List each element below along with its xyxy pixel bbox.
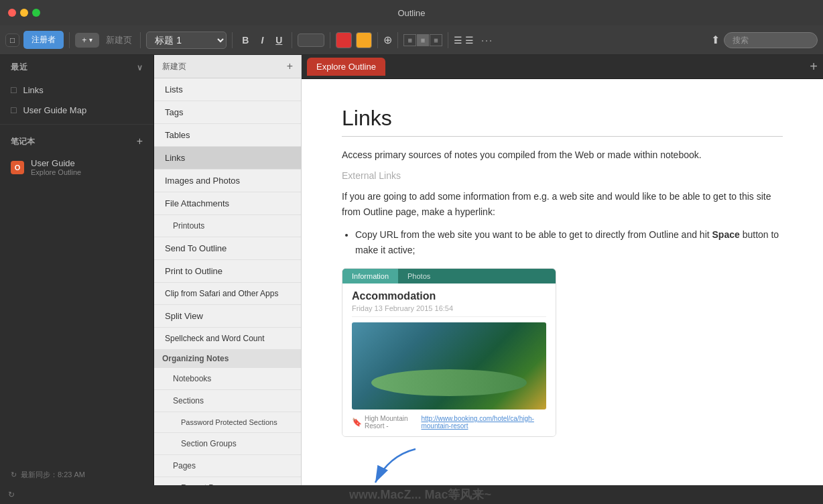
sidebar-item-links[interactable]: □ Links xyxy=(0,80,153,100)
preview-footer-text: High Mountain Resort - xyxy=(365,415,418,430)
align-right-button[interactable]: ≡ xyxy=(430,34,442,46)
highlight-color-button[interactable] xyxy=(356,32,372,48)
separator6 xyxy=(377,32,378,48)
titlebar: Outline xyxy=(0,0,823,25)
explore-outline-tab[interactable]: Explore Outline xyxy=(307,58,385,76)
sidebar: 最近 ∨ □ Links □ User Guide Map 笔记本 + O Us… xyxy=(0,55,154,485)
bullet-text-prefix: Copy URL from the web site you want to b… xyxy=(355,229,712,240)
page-icon: □ xyxy=(11,84,16,95)
minimize-button[interactable] xyxy=(20,9,28,17)
sidebar-item-label: Links xyxy=(23,85,43,95)
ordered-list-button[interactable]: ☰ xyxy=(465,35,474,46)
page-item-file-attachments[interactable]: File Attachments xyxy=(154,192,301,215)
bullet-list-button[interactable]: ☰ xyxy=(454,35,462,46)
maximize-button[interactable] xyxy=(32,9,40,17)
separator5 xyxy=(330,32,330,48)
sync-time: 最新同步：8:23 AM xyxy=(21,470,85,480)
bullet-list: Copy URL from the web site you want to b… xyxy=(355,227,783,257)
content-page: Links Access primary sources of notes yo… xyxy=(302,79,823,485)
divider xyxy=(0,124,153,125)
statusbar-sync-icon: ↻ xyxy=(8,490,15,499)
preview-footer-link[interactable]: http://www.booking.com/hotel/ca/high-mou… xyxy=(421,415,546,430)
page-new-label: 新建页 xyxy=(106,34,132,46)
recent-label: 最近 xyxy=(11,62,27,73)
preview-footer: 🔖 High Mountain Resort - http://www.book… xyxy=(352,415,546,430)
notebook-info: User Guide Explore Outline xyxy=(31,158,81,176)
add-page-button[interactable]: + xyxy=(287,60,293,72)
page-item-images[interactable]: Images and Photos xyxy=(154,170,301,192)
separator8 xyxy=(448,32,448,48)
content-area: Explore Outline + Links Access primary s… xyxy=(302,55,823,485)
separator xyxy=(69,32,70,48)
recent-chevron[interactable]: ∨ xyxy=(137,63,143,72)
notebook-icon-o: O xyxy=(11,161,24,174)
page-item-sections[interactable]: Sections xyxy=(154,390,301,412)
italic-button[interactable]: I xyxy=(257,33,267,48)
align-group: ≡ ≡ ≡ xyxy=(403,34,442,46)
sidebar-item-userguide[interactable]: □ User Guide Map xyxy=(0,100,153,120)
page-item-print-to-outline[interactable]: Print to Outline xyxy=(154,260,301,283)
add-tab-button[interactable]: + xyxy=(810,59,818,74)
bookmark-icon: 🔖 xyxy=(352,418,362,427)
page-item-pages[interactable]: Pages xyxy=(154,455,301,477)
share-button[interactable]: ⬆ xyxy=(711,34,720,46)
notebook-item[interactable]: O User Guide Explore Outline xyxy=(0,154,153,180)
preview-tab-photos[interactable]: Photos xyxy=(398,269,440,284)
status-bar: ↻ www.MacZ... Mac等风来~ xyxy=(0,485,823,504)
separator2 xyxy=(140,32,141,48)
separator7 xyxy=(397,32,398,48)
bullet-item-1: Copy URL from the web site you want to b… xyxy=(355,227,783,257)
align-center-button[interactable]: ≡ xyxy=(417,34,429,46)
arrow-annotation xyxy=(362,442,442,485)
notebook-title: User Guide xyxy=(31,158,81,168)
preview-card: Information Photos Accommodation Friday … xyxy=(342,268,556,437)
align-left-button[interactable]: ≡ xyxy=(403,34,416,46)
separator4 xyxy=(292,32,292,48)
external-links-label: External Links xyxy=(342,170,783,181)
tab-bar: Explore Outline + xyxy=(302,55,823,79)
watermark: www.MacZ... Mac等风来~ xyxy=(25,487,815,503)
preview-tab-info[interactable]: Information xyxy=(342,269,398,284)
page-item-tags[interactable]: Tags xyxy=(154,101,301,124)
link-button[interactable]: ⊕ xyxy=(383,34,392,46)
separator3 xyxy=(232,32,233,48)
page-item-spellcheck[interactable]: Spellcheck and Word Count xyxy=(154,328,301,350)
main-layout: 最近 ∨ □ Links □ User Guide Map 笔记本 + O Us… xyxy=(0,55,823,485)
new-page-label: 新建页 xyxy=(162,61,186,72)
title-format-select[interactable]: 标题 1 xyxy=(146,32,227,49)
page-item-tables[interactable]: Tables xyxy=(154,124,301,147)
sidebar-item-label-2: User Guide Map xyxy=(23,105,86,115)
page-item-printouts[interactable]: Printouts xyxy=(154,215,301,237)
notebook-icon: □ xyxy=(10,36,15,45)
add-button[interactable]: + ▾ xyxy=(75,33,99,48)
preview-date: Friday 13 February 2015 16:54 xyxy=(352,304,546,317)
page-intro: Access primary sources of notes you comp… xyxy=(342,147,783,162)
notebook-subtitle: Explore Outline xyxy=(31,168,81,176)
page-title: Links xyxy=(342,106,783,137)
search-input[interactable] xyxy=(724,32,818,48)
traffic-lights xyxy=(8,9,40,17)
register-button[interactable]: 注册者 xyxy=(23,31,64,49)
page-item-send-to-outline[interactable]: Send To Outline xyxy=(154,237,301,260)
page-item-recent-pages[interactable]: Recent Pages xyxy=(154,477,301,485)
page-item-links[interactable]: Links xyxy=(154,147,301,170)
font-size-input[interactable]: 11 xyxy=(298,34,324,47)
close-button[interactable] xyxy=(8,9,16,17)
page-item-password-sections[interactable]: Password Protected Sections xyxy=(154,412,301,433)
page-item-section-groups[interactable]: Section Groups xyxy=(154,433,301,455)
recent-section-header: 最近 ∨ xyxy=(0,55,153,80)
bullet-bold: Space xyxy=(712,229,740,240)
preview-body: Accommodation Friday 13 February 2015 16… xyxy=(342,284,556,436)
page-item-lists[interactable]: Lists xyxy=(154,78,301,101)
page-item-clip[interactable]: Clip from Safari and Other Apps xyxy=(154,283,301,305)
notebooks-section-header: 笔记本 + xyxy=(0,129,153,154)
page-item-split-view[interactable]: Split View xyxy=(154,305,301,328)
font-color-button[interactable] xyxy=(336,32,352,48)
page-icon-2: □ xyxy=(11,105,16,115)
page-item-notebooks[interactable]: Notebooks xyxy=(154,368,301,390)
add-chevron: ▾ xyxy=(89,36,92,44)
underline-button[interactable]: U xyxy=(271,33,286,48)
bold-button[interactable]: B xyxy=(238,33,253,48)
window-title: Outline xyxy=(397,8,425,18)
add-notebook-button[interactable]: + xyxy=(137,135,143,147)
